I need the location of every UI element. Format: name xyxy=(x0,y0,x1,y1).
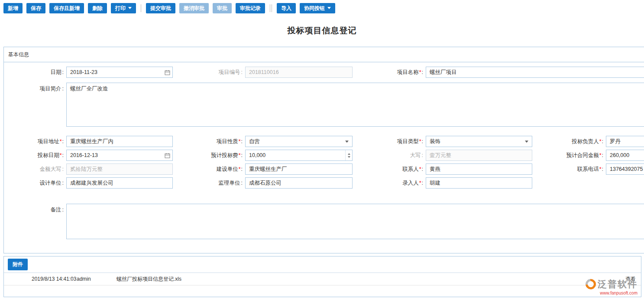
import-button[interactable]: 导入 xyxy=(277,3,296,13)
label-text: 投标负责人 xyxy=(572,138,599,144)
project-nature-select[interactable] xyxy=(245,136,353,147)
supervision-unit-input[interactable] xyxy=(245,177,353,189)
fanpu-logo-icon xyxy=(583,277,598,292)
design-unit-input[interactable] xyxy=(66,177,173,189)
field-amount-caps-label: 金额大写: xyxy=(11,166,66,173)
contract-amount-input[interactable] xyxy=(606,150,644,161)
bid-leader-input[interactable] xyxy=(606,136,644,147)
button-label: 撤消审批 xyxy=(184,6,204,11)
field-fee-caps: 大写: xyxy=(362,150,532,161)
collaboration-dropdown-button[interactable]: 协同按钮 xyxy=(300,3,335,13)
project-intro-textarea[interactable]: 螺丝厂全厂改造 xyxy=(66,83,644,127)
field-construction-unit: 建设单位*: xyxy=(189,163,353,175)
save-and-new-button[interactable]: 保存且新增 xyxy=(49,3,84,13)
label-text: 大写 xyxy=(410,152,421,158)
field-contact-phone: 联系电话*: xyxy=(544,163,644,175)
field-bid-fee-label: 预计投标费*: xyxy=(189,152,245,159)
bid-fee-input[interactable] xyxy=(245,150,353,161)
field-remark-label: 备注: xyxy=(11,204,66,214)
button-label: 协同按钮 xyxy=(304,6,325,11)
bid-date-input[interactable] xyxy=(66,150,173,161)
label-text: 投标日期 xyxy=(38,152,59,158)
attachment-row: 2019/8/13 14:41:03 admin 螺丝厂投标项目信息登记.xls… xyxy=(4,273,641,285)
button-label: 新增 xyxy=(8,6,18,11)
label-text: 日期 xyxy=(51,69,61,75)
project-name-input[interactable] xyxy=(426,67,644,78)
date-input[interactable] xyxy=(66,67,173,78)
delete-button[interactable]: 删除 xyxy=(88,3,107,13)
label-colon: : xyxy=(241,69,243,75)
field-bid-fee: 预计投标费*: xyxy=(189,150,353,161)
attachment-button[interactable]: 附件 xyxy=(8,259,28,270)
fanpu-logo: 泛普软件 www.fanpusoft.com xyxy=(586,278,638,295)
label-colon: : xyxy=(602,152,603,158)
label-colon: : xyxy=(602,166,603,172)
calendar-icon[interactable] xyxy=(162,67,172,77)
field-date: 日期: xyxy=(11,67,173,78)
field-contract-amount: 预计合同金额*: xyxy=(544,150,644,161)
toolbar-double-separator xyxy=(270,4,272,12)
label-colon: : xyxy=(62,166,64,172)
fanpu-logo-row: 泛普软件 xyxy=(586,278,638,290)
label-text: 项目名称 xyxy=(397,69,419,75)
approval-records-button[interactable]: 审批记录 xyxy=(236,3,265,13)
chevron-down-icon xyxy=(128,7,132,9)
save-button[interactable]: 保存 xyxy=(26,3,45,13)
label-colon: : xyxy=(62,207,64,213)
section-title: 基本信息 xyxy=(8,51,29,58)
field-design-unit-label: 设计单位: xyxy=(11,179,66,187)
label-text: 监理单位 xyxy=(219,180,240,186)
field-contract-amount-label: 预计合同金额*: xyxy=(544,152,606,159)
field-project-name-label: 项目名称*: xyxy=(362,69,426,76)
label-text: 项目地址 xyxy=(38,138,59,144)
field-bid-leader: 投标负责人*: xyxy=(544,136,644,147)
field-recorder: 录入人*: xyxy=(362,177,532,189)
logo-name: 泛普软件 xyxy=(598,278,638,290)
contact-phone-input[interactable] xyxy=(606,163,644,175)
toolbar: 新增 保存 保存且新增 删除 打印 提交审批 撤消审批 审批 审批记录 导入 协… xyxy=(0,0,644,16)
required-mark: * xyxy=(599,166,602,172)
field-project-type-label: 项目类型*: xyxy=(362,138,426,145)
calendar-icon[interactable] xyxy=(162,150,172,160)
field-remark: 备注: xyxy=(11,204,644,239)
project-type-select[interactable] xyxy=(426,136,532,147)
field-project-nature-label: 项目性质*: xyxy=(189,138,245,145)
chevron-down-icon[interactable] xyxy=(342,136,352,147)
button-label: 保存且新增 xyxy=(54,6,80,11)
basic-info-panel: 基本信息 日期: 项目编号: 项目名称*: 项目简介: 螺丝厂全厂改造 项目地址… xyxy=(3,47,644,253)
project-address-input[interactable] xyxy=(66,136,173,147)
logo-url: www.fanpusoft.com xyxy=(586,291,638,295)
submit-approval-button[interactable]: 提交审批 xyxy=(146,3,175,13)
print-dropdown-button[interactable]: 打印 xyxy=(111,3,136,13)
label-text: 录入人 xyxy=(402,180,419,186)
label-colon: : xyxy=(422,138,423,144)
chevron-down-icon[interactable] xyxy=(521,136,532,147)
contact-person-input[interactable] xyxy=(426,163,532,175)
field-project-no-label: 项目编号: xyxy=(189,69,245,76)
amount-caps-input xyxy=(66,163,173,175)
label-colon: : xyxy=(241,180,243,186)
required-mark: * xyxy=(599,138,602,144)
remark-textarea[interactable] xyxy=(66,204,644,239)
label-colon: : xyxy=(241,138,243,144)
label-colon: : xyxy=(422,166,423,172)
label-text: 备注 xyxy=(51,207,61,213)
chevron-down-icon xyxy=(327,7,331,9)
attachment-filename: 螺丝厂投标项目信息登记.xls xyxy=(117,276,625,283)
required-mark: * xyxy=(599,152,602,158)
construction-unit-input[interactable] xyxy=(245,163,353,175)
number-spinner-icon[interactable] xyxy=(345,150,352,160)
new-button[interactable]: 新增 xyxy=(3,3,23,13)
field-supervision-unit-label: 监理单位: xyxy=(189,179,245,187)
label-text: 设计单位 xyxy=(40,180,61,186)
fee-caps-input xyxy=(426,150,532,161)
field-project-no: 项目编号: xyxy=(189,67,353,78)
button-label: 导入 xyxy=(281,6,291,11)
label-colon: : xyxy=(62,152,64,158)
recorder-input[interactable] xyxy=(426,177,532,189)
label-text: 项目类型 xyxy=(397,138,419,144)
field-project-nature: 项目性质*: xyxy=(189,136,353,147)
field-contact-phone-label: 联系电话*: xyxy=(544,166,606,173)
button-label: 删除 xyxy=(92,6,103,11)
label-text: 项目简介 xyxy=(40,86,61,92)
